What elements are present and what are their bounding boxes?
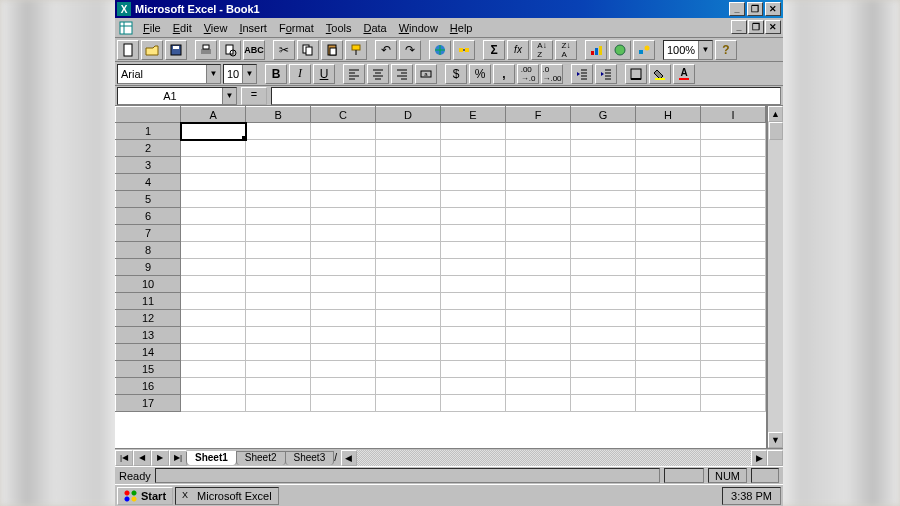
align-right-icon[interactable] bbox=[391, 64, 413, 84]
col-header-I[interactable]: I bbox=[701, 107, 766, 123]
cell-E13[interactable] bbox=[441, 327, 506, 344]
cell-D13[interactable] bbox=[376, 327, 441, 344]
cell-G12[interactable] bbox=[571, 310, 636, 327]
sort-asc-icon[interactable]: A↓Z bbox=[531, 40, 553, 60]
cell-E4[interactable] bbox=[441, 174, 506, 191]
row-header-13[interactable]: 13 bbox=[116, 327, 181, 344]
row-header-4[interactable]: 4 bbox=[116, 174, 181, 191]
cell-C10[interactable] bbox=[311, 276, 376, 293]
scroll-right-button[interactable]: ▶ bbox=[751, 450, 767, 466]
cell-F5[interactable] bbox=[506, 191, 571, 208]
menu-tools[interactable]: Tools bbox=[320, 20, 358, 36]
cell-C4[interactable] bbox=[311, 174, 376, 191]
autosum-icon[interactable]: Σ bbox=[483, 40, 505, 60]
cell-G10[interactable] bbox=[571, 276, 636, 293]
cell-D12[interactable] bbox=[376, 310, 441, 327]
cell-F2[interactable] bbox=[506, 140, 571, 157]
tab-last-button[interactable]: ▶| bbox=[169, 450, 187, 466]
cell-H4[interactable] bbox=[636, 174, 701, 191]
fill-color-icon[interactable] bbox=[649, 64, 671, 84]
italic-button[interactable]: I bbox=[289, 64, 311, 84]
cell-I9[interactable] bbox=[701, 259, 766, 276]
spell-icon[interactable]: ABC bbox=[243, 40, 265, 60]
chevron-down-icon[interactable]: ▼ bbox=[206, 65, 220, 83]
new-file-icon[interactable] bbox=[117, 40, 139, 60]
cell-H6[interactable] bbox=[636, 208, 701, 225]
maximize-button[interactable]: ❐ bbox=[747, 2, 763, 16]
cell-A15[interactable] bbox=[181, 361, 246, 378]
col-header-D[interactable]: D bbox=[376, 107, 441, 123]
cell-A3[interactable] bbox=[181, 157, 246, 174]
cell-E7[interactable] bbox=[441, 225, 506, 242]
cell-A1[interactable] bbox=[181, 123, 246, 140]
cell-B3[interactable] bbox=[246, 157, 311, 174]
cell-B7[interactable] bbox=[246, 225, 311, 242]
horizontal-scrollbar[interactable]: ◀ ▶ bbox=[341, 450, 767, 466]
cell-B13[interactable] bbox=[246, 327, 311, 344]
row-header-9[interactable]: 9 bbox=[116, 259, 181, 276]
cell-C5[interactable] bbox=[311, 191, 376, 208]
menu-edit[interactable]: Edit bbox=[167, 20, 198, 36]
cell-F6[interactable] bbox=[506, 208, 571, 225]
cell-E17[interactable] bbox=[441, 395, 506, 412]
zoom-combo[interactable]: 100% ▼ bbox=[663, 40, 713, 60]
dec-dec-icon[interactable]: .0→.00 bbox=[541, 64, 563, 84]
cell-E15[interactable] bbox=[441, 361, 506, 378]
scroll-down-button[interactable]: ▼ bbox=[768, 432, 783, 448]
cell-I12[interactable] bbox=[701, 310, 766, 327]
cell-C15[interactable] bbox=[311, 361, 376, 378]
cell-D6[interactable] bbox=[376, 208, 441, 225]
row-header-10[interactable]: 10 bbox=[116, 276, 181, 293]
cell-F10[interactable] bbox=[506, 276, 571, 293]
cell-I11[interactable] bbox=[701, 293, 766, 310]
cell-D4[interactable] bbox=[376, 174, 441, 191]
cell-A11[interactable] bbox=[181, 293, 246, 310]
select-all-corner[interactable] bbox=[116, 107, 181, 123]
scroll-up-button[interactable]: ▲ bbox=[768, 106, 783, 122]
merge-center-icon[interactable]: a bbox=[415, 64, 437, 84]
cell-I13[interactable] bbox=[701, 327, 766, 344]
font-combo[interactable]: Arial ▼ bbox=[117, 64, 221, 84]
cell-C12[interactable] bbox=[311, 310, 376, 327]
cell-A6[interactable] bbox=[181, 208, 246, 225]
row-header-1[interactable]: 1 bbox=[116, 123, 181, 140]
cell-G16[interactable] bbox=[571, 378, 636, 395]
cell-B5[interactable] bbox=[246, 191, 311, 208]
cell-A12[interactable] bbox=[181, 310, 246, 327]
row-header-11[interactable]: 11 bbox=[116, 293, 181, 310]
close-button[interactable]: ✕ bbox=[765, 2, 781, 16]
cell-F11[interactable] bbox=[506, 293, 571, 310]
doc-close-button[interactable]: ✕ bbox=[765, 20, 781, 34]
cell-A9[interactable] bbox=[181, 259, 246, 276]
cell-H11[interactable] bbox=[636, 293, 701, 310]
cell-G11[interactable] bbox=[571, 293, 636, 310]
title-bar[interactable]: X Microsoft Excel - Book1 _ ❐ ✕ bbox=[115, 0, 783, 18]
cell-H5[interactable] bbox=[636, 191, 701, 208]
cell-E5[interactable] bbox=[441, 191, 506, 208]
sheet-tab-sheet1[interactable]: Sheet1 bbox=[186, 451, 237, 465]
cell-D8[interactable] bbox=[376, 242, 441, 259]
currency-button[interactable]: $ bbox=[445, 64, 467, 84]
cell-H1[interactable] bbox=[636, 123, 701, 140]
cell-G8[interactable] bbox=[571, 242, 636, 259]
menu-format[interactable]: Format bbox=[273, 20, 320, 36]
cell-I6[interactable] bbox=[701, 208, 766, 225]
cell-D17[interactable] bbox=[376, 395, 441, 412]
cell-D14[interactable] bbox=[376, 344, 441, 361]
col-header-C[interactable]: C bbox=[311, 107, 376, 123]
hyperlink-icon[interactable] bbox=[429, 40, 451, 60]
row-header-14[interactable]: 14 bbox=[116, 344, 181, 361]
cell-H7[interactable] bbox=[636, 225, 701, 242]
underline-button[interactable]: U bbox=[313, 64, 335, 84]
cell-B10[interactable] bbox=[246, 276, 311, 293]
cell-B12[interactable] bbox=[246, 310, 311, 327]
cell-E16[interactable] bbox=[441, 378, 506, 395]
drawing-icon[interactable] bbox=[633, 40, 655, 60]
tab-prev-button[interactable]: ◀ bbox=[133, 450, 151, 466]
font-size-combo[interactable]: 10 ▼ bbox=[223, 64, 257, 84]
cell-I15[interactable] bbox=[701, 361, 766, 378]
col-header-B[interactable]: B bbox=[246, 107, 311, 123]
save-icon[interactable] bbox=[165, 40, 187, 60]
scroll-track[interactable] bbox=[768, 122, 783, 432]
format-painter-icon[interactable] bbox=[345, 40, 367, 60]
